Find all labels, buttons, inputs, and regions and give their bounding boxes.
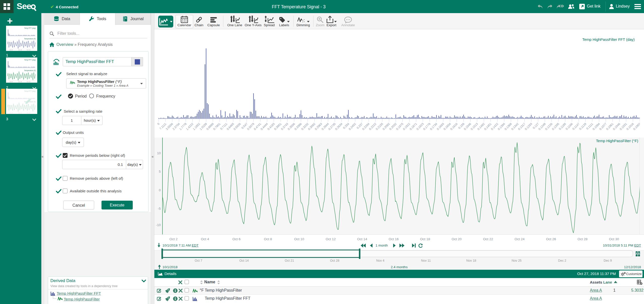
svg-text:-10: -10 <box>156 223 161 227</box>
svg-text:-5: -5 <box>158 207 161 210</box>
svg-text:Oct 22: Oct 22 <box>27 81 30 82</box>
svg-text:Oct 8: Oct 8 <box>10 49 13 51</box>
svg-text:0.1248: 0.1248 <box>538 122 546 131</box>
svg-text:0.1129: 0.1129 <box>579 122 587 131</box>
svg-text:0.1147: 0.1147 <box>572 122 580 131</box>
svg-text:0.1778: 0.1778 <box>423 122 431 131</box>
svg-text:0.1451: 0.1451 <box>484 122 492 131</box>
svg-text:0.2634: 0.2634 <box>334 122 343 131</box>
svg-text:0.1975: 0.1975 <box>395 122 404 131</box>
svg-text:0.2155: 0.2155 <box>375 122 384 131</box>
svg-text:Temperature (F): Temperature (F) <box>24 70 36 72</box>
svg-text:3.5556: 3.5556 <box>165 122 174 131</box>
svg-text:0.1031: 0.1031 <box>619 122 627 131</box>
svg-text:0.3951: 0.3951 <box>274 122 282 131</box>
svg-text:0.2032: 0.2032 <box>389 122 397 131</box>
svg-text:0: 0 <box>159 188 161 192</box>
svg-text:0.2844: 0.2844 <box>321 122 330 131</box>
svg-text:0.1734: 0.1734 <box>429 122 438 131</box>
svg-text:0.3743: 0.3743 <box>280 122 289 131</box>
svg-text:Temp HighPassFilter (°F): Temp HighPassFilter (°F) <box>596 139 638 143</box>
svg-text:1.4222: 1.4222 <box>186 122 194 131</box>
svg-text:0.1046: 0.1046 <box>612 122 621 131</box>
svg-text:0.2294: 0.2294 <box>362 122 370 131</box>
svg-text:0.1693: 0.1693 <box>436 122 445 131</box>
svg-text:0.4183: 0.4183 <box>267 122 275 131</box>
svg-text:0.1205: 0.1205 <box>551 122 560 131</box>
svg-text:0.1368: 0.1368 <box>504 122 512 131</box>
svg-text:Oct 8: Oct 8 <box>10 112 13 114</box>
svg-text:Temp FFT (day): Temp FFT (day) <box>24 27 36 29</box>
svg-text:0.1185: 0.1185 <box>558 122 567 131</box>
svg-text:0.1654: 0.1654 <box>443 122 452 131</box>
svg-text:0.1016: 0.1016 <box>626 122 634 131</box>
svg-text:0.1546: 0.1546 <box>463 122 471 131</box>
svg-text:1.1852: 1.1852 <box>192 122 200 131</box>
svg-text:0.1342: 0.1342 <box>511 122 519 131</box>
svg-text:Temp FFT (day): Temp FFT (day) <box>24 59 36 61</box>
svg-text:0.4444: 0.4444 <box>260 122 268 131</box>
svg-text:0.3386: 0.3386 <box>294 122 302 131</box>
svg-text:0.2963: 0.2963 <box>314 122 323 131</box>
svg-text:5: 5 <box>159 170 161 173</box>
svg-text:0.7901: 0.7901 <box>213 122 221 131</box>
svg-text:0.3232: 0.3232 <box>301 122 309 131</box>
svg-text:0.1823: 0.1823 <box>416 122 424 131</box>
svg-text:0.1394: 0.1394 <box>497 122 506 131</box>
svg-text:0.1922: 0.1922 <box>402 122 411 131</box>
svg-text:Temperature (F): Temperature (F) <box>24 38 36 40</box>
svg-text:0.1077: 0.1077 <box>599 122 607 131</box>
svg-text:0.1871: 0.1871 <box>409 122 417 131</box>
svg-text:0.2735: 0.2735 <box>328 122 336 131</box>
svg-text:0.1293: 0.1293 <box>524 122 533 131</box>
svg-text:0.1226: 0.1226 <box>545 122 553 131</box>
svg-text:0: 0 <box>157 122 160 126</box>
svg-text:Oct 15: Oct 15 <box>18 49 22 51</box>
svg-text:0.8889: 0.8889 <box>206 122 214 131</box>
svg-text:0.5079: 0.5079 <box>247 122 255 131</box>
svg-text:Temp FFT (day): Temp FFT (day) <box>24 90 36 92</box>
svg-text:0.3092: 0.3092 <box>308 122 316 131</box>
svg-text:0.3556: 0.3556 <box>287 122 295 131</box>
svg-text:Oct 15: Oct 15 <box>18 81 22 82</box>
svg-text:1.7778: 1.7778 <box>179 122 187 131</box>
svg-text:0.2092: 0.2092 <box>382 122 390 131</box>
svg-text:0.1317: 0.1317 <box>518 122 526 131</box>
svg-text:0.2452: 0.2452 <box>348 122 356 131</box>
svg-text:Oct 22: Oct 22 <box>27 112 30 114</box>
svg-text:10: 10 <box>157 151 161 155</box>
svg-text:Temp HighPassFilter FFT (day): Temp HighPassFilter FFT (day) <box>582 37 635 42</box>
svg-text:0.1482: 0.1482 <box>477 122 485 131</box>
svg-text:1.0159: 1.0159 <box>199 122 207 131</box>
svg-text:0.1166: 0.1166 <box>565 122 573 131</box>
svg-text:0.6465: 0.6465 <box>226 122 234 131</box>
svg-text:0.5926: 0.5926 <box>233 122 241 131</box>
svg-text:0.4741: 0.4741 <box>253 122 262 131</box>
svg-text:0.1513: 0.1513 <box>470 122 478 131</box>
svg-text:0.1616: 0.1616 <box>450 122 458 131</box>
svg-text:0.1422: 0.1422 <box>490 122 499 131</box>
svg-text:0.2222: 0.2222 <box>368 122 377 131</box>
svg-text:Oct 15: Oct 15 <box>18 112 22 114</box>
svg-text:0.1094: 0.1094 <box>592 122 601 131</box>
svg-text:0.1061: 0.1061 <box>605 122 614 131</box>
svg-text:Oct 8: Oct 8 <box>10 81 13 82</box>
svg-text:0.1002: 0.1002 <box>633 122 640 131</box>
svg-text:2.3704: 2.3704 <box>172 122 181 131</box>
svg-text:Oct 22: Oct 22 <box>27 49 30 51</box>
